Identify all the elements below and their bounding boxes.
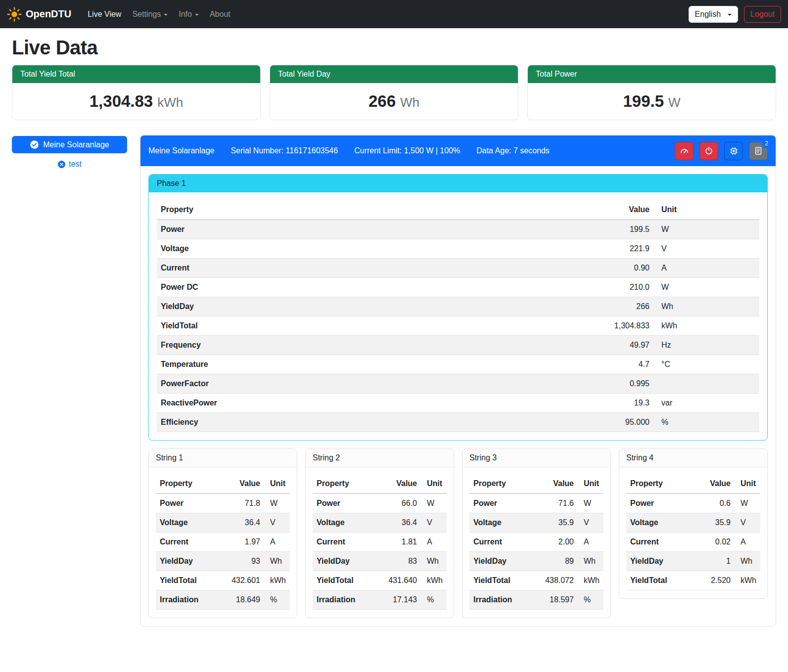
row-unit: W <box>653 278 759 297</box>
journal-icon <box>754 146 763 155</box>
row-value: 18.597 <box>536 590 578 610</box>
table-row: YieldDay 83 Wh <box>313 552 447 571</box>
string-card-4: String 4 Property Value Unit <box>619 448 768 599</box>
row-value: 1.97 <box>223 533 264 552</box>
table-row: Voltage 35.9 V <box>469 513 603 533</box>
row-value: 0.6 <box>693 493 735 513</box>
nav-info[interactable]: Info <box>173 6 204 23</box>
row-unit: A <box>735 533 760 552</box>
table-row: YieldDay 266 Wh <box>157 297 759 316</box>
chevron-down-icon <box>164 14 168 16</box>
table-row: PowerFactor 0.995 <box>157 374 759 394</box>
row-property: YieldTotal <box>469 571 536 590</box>
table-row: Efficiency 95.000 % <box>157 413 759 432</box>
table-row: Current 0.90 A <box>157 259 759 278</box>
device-info-button[interactable] <box>724 142 743 160</box>
row-unit: Wh <box>421 552 447 571</box>
row-value: 35.9 <box>536 513 578 533</box>
nav-live-view[interactable]: Live View <box>82 6 127 23</box>
inverter-panel-header: Meine Solaranlage Serial Number: 1161716… <box>140 135 776 166</box>
row-property: Power <box>157 220 584 239</box>
card-total-yield-day: Total Yield Day 266Wh <box>270 65 518 120</box>
brand[interactable]: OpenDTU <box>7 7 71 22</box>
row-property: YieldDay <box>156 552 223 571</box>
brand-name: OpenDTU <box>26 8 71 20</box>
string-title: String 1 <box>149 449 297 467</box>
row-value: 95.000 <box>584 413 653 432</box>
table-row: Voltage 221.9 V <box>157 239 759 259</box>
row-unit: kWh <box>264 571 290 590</box>
sidebar-item-test[interactable]: test <box>12 160 127 169</box>
inverter-sidebar: Meine Solaranlage test <box>12 135 127 169</box>
row-value: 18.649 <box>223 590 264 610</box>
phase-table: Property Value Unit Power <box>157 200 759 432</box>
row-unit: V <box>264 513 290 533</box>
row-unit: % <box>653 413 759 432</box>
inverter-select-button[interactable]: Meine Solaranlage <box>12 136 127 153</box>
row-property: YieldTotal <box>157 316 584 336</box>
table-row: Power 0.6 W <box>626 493 760 513</box>
card-unit: Wh <box>400 95 419 110</box>
row-unit: V <box>653 239 759 259</box>
card-total-power: Total Power 199.5W <box>527 65 776 120</box>
row-value: 71.6 <box>536 493 578 513</box>
row-property: YieldDay <box>469 552 536 571</box>
row-unit: Hz <box>653 336 759 355</box>
row-unit: Wh <box>735 552 760 571</box>
data-age: Data Age: 7 seconds <box>476 146 550 155</box>
row-unit: % <box>421 590 447 610</box>
logout-button[interactable]: Logout <box>744 6 781 23</box>
event-count-badge: 2 <box>762 138 771 148</box>
row-value: 0.995 <box>584 374 653 394</box>
table-header-row: Property Value Unit <box>313 474 447 493</box>
col-unit: Unit <box>735 474 760 493</box>
string-title: String 2 <box>306 449 454 467</box>
row-unit: W <box>264 493 290 513</box>
nav-links: Live View Settings Info About <box>82 6 688 23</box>
row-property: YieldTotal <box>313 571 379 590</box>
inverter-select-label: Meine Solaranlage <box>43 140 109 149</box>
power-button[interactable] <box>699 142 718 160</box>
power-icon <box>704 146 713 155</box>
cpu-icon <box>729 146 739 156</box>
language-select[interactable]: English <box>689 6 738 23</box>
nav-about[interactable]: About <box>204 6 236 23</box>
row-property: Irradiation <box>313 590 379 610</box>
row-property: Power <box>156 493 223 513</box>
col-property: Property <box>157 200 584 220</box>
language-value: English <box>695 10 721 19</box>
row-unit: A <box>264 533 290 552</box>
row-unit: W <box>578 493 603 513</box>
table-row: Power 71.6 W <box>469 493 603 513</box>
row-property: Voltage <box>626 513 693 533</box>
table-row: Voltage 36.4 V <box>313 513 447 533</box>
row-property: Voltage <box>157 239 584 259</box>
table-row: Voltage 36.4 V <box>156 513 290 533</box>
col-value: Value <box>693 474 735 493</box>
table-row: YieldTotal 438.072 kWh <box>469 571 603 590</box>
string-card-2: String 2 Property Value Unit <box>305 448 454 618</box>
col-value: Value <box>379 474 421 493</box>
row-property: Current <box>313 533 379 552</box>
row-unit: V <box>735 513 760 533</box>
table-row: Irradiation 17.143 % <box>313 590 447 610</box>
event-log-button[interactable]: 2 <box>749 142 768 160</box>
row-property: Current <box>469 533 536 552</box>
row-value: 199.5 <box>584 220 653 239</box>
string-card-1: String 1 Property Value Unit <box>148 448 297 618</box>
string-table: Property Value Unit Power <box>626 474 760 590</box>
row-value: 432.601 <box>223 571 264 590</box>
row-value: 2.00 <box>536 533 578 552</box>
nav-settings[interactable]: Settings <box>127 6 173 23</box>
row-unit: V <box>578 513 603 533</box>
row-value: 49.97 <box>584 336 653 355</box>
x-circle-icon <box>57 160 66 169</box>
row-unit: % <box>578 590 603 610</box>
limit-settings-button[interactable] <box>675 142 694 160</box>
row-property: Power <box>313 493 379 513</box>
table-row: Power DC 210.0 W <box>157 278 759 297</box>
col-unit: Unit <box>653 200 759 220</box>
string-table: Property Value Unit Power <box>469 474 603 610</box>
sun-icon <box>7 7 22 22</box>
row-unit: % <box>264 590 290 610</box>
